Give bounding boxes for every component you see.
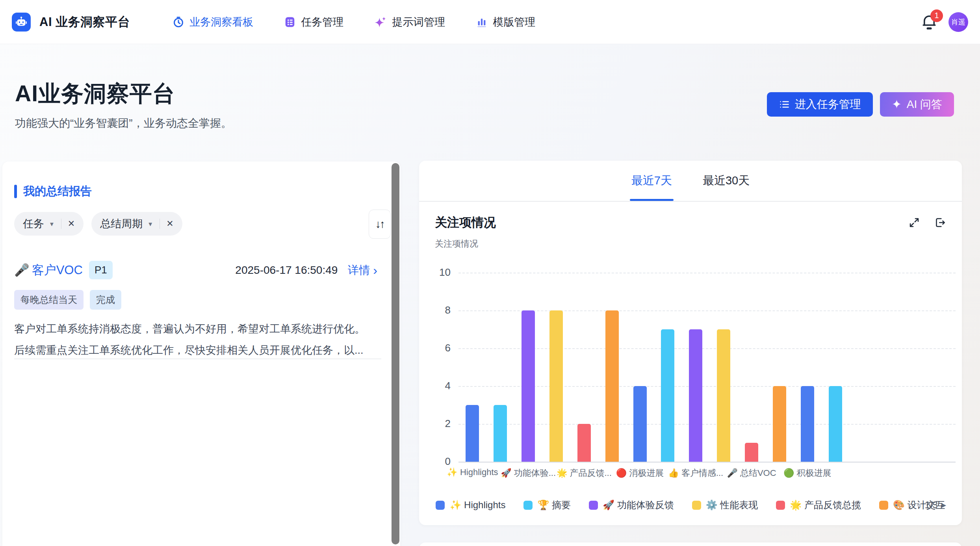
legend-swatch [589,501,598,510]
bar-slot [598,273,626,462]
button-label: 进入任务管理 [795,97,861,112]
bar-slot [710,273,738,462]
chevron-right-icon: › [373,264,377,277]
x-tick-label: 🔴 消极进展 [616,467,664,479]
bar-slot [486,273,514,462]
notifications-button[interactable]: 1 [921,13,938,32]
hero-section: AI业务洞察平台 功能强大的“业务智囊团”，业务动态全掌握。 进入任务管理 ✦ … [0,44,980,160]
bar [494,405,507,462]
nav-label: 模版管理 [493,15,535,29]
title-marker [14,185,17,198]
x-tick-label: 👍 客户情感... [668,467,723,479]
legend-prev-icon[interactable]: ◂ [917,500,921,510]
bar [745,443,758,462]
app-logo [12,13,31,32]
bar [661,329,674,462]
nav-item-prompts[interactable]: 提示词管理 [374,15,445,29]
robot-icon [15,16,27,28]
detail-link[interactable]: 详情 › [348,263,377,278]
legend-item[interactable]: ✨ Highlights [436,500,505,511]
legend-pagination: ◂ 1/3 ▸ [917,496,946,514]
time-range-tabs: 最近7天 最近30天 [419,161,962,201]
chart-legend: ✨ Highlights🏆 摘要🚀 功能体验反馈⚙️ 性能表现🌟 产品反馈总揽🎨… [435,496,946,514]
bar [633,386,647,462]
y-tick-label: 10 [428,266,451,279]
nav-label: 任务管理 [301,15,343,29]
bar [829,386,842,462]
legend-item[interactable]: ⚙️ 性能表现 [692,499,758,511]
sort-button[interactable]: ↓↑ [369,210,391,239]
bar-slot [514,273,542,462]
legend-item[interactable]: 🏆 摘要 [523,499,571,511]
list-icon [779,99,790,110]
scrollbar-thumb[interactable] [392,163,399,544]
ai-qa-button[interactable]: ✦ AI 问答 [880,92,954,117]
report-item-title[interactable]: 🎤 客户VOC [14,262,83,279]
tab-last-30-days[interactable]: 最近30天 [703,161,750,201]
report-tags: 每晚总结当天 完成 [14,290,121,310]
filter-chip-task[interactable]: 任务 ▼ ✕ [14,212,84,236]
legend-swatch [436,501,445,510]
legend-next-icon[interactable]: ▸ [942,500,946,510]
gridline-0 [458,462,956,462]
nav-label: 业务洞察看板 [189,15,253,29]
legend-label: 🌟 产品反馈总揽 [790,499,861,511]
tab-last-7-days[interactable]: 最近7天 [631,161,672,201]
bar [466,405,479,462]
microphone-icon: 🎤 [14,263,30,277]
bar [717,329,730,462]
next-chart-panel [419,542,962,546]
filter-chip-period[interactable]: 总结周期 ▼ ✕ [91,212,182,236]
chip-divider [160,219,160,229]
bar [801,386,814,462]
page-subtitle: 功能强大的“业务智囊团”，业务动态全掌握。 [15,116,232,131]
close-icon[interactable]: ✕ [166,219,173,229]
legend-item[interactable]: 🚀 功能体验反馈 [589,499,674,511]
enter-task-management-button[interactable]: 进入任务管理 [767,92,873,117]
legend-item[interactable]: 🌟 产品反馈总揽 [776,499,861,511]
task-grid-icon [284,16,296,28]
export-icon [935,217,946,228]
attention-chart-panel: 最近7天 最近30天 关注项情况 关注项情况 0246810 [419,161,962,525]
filter-chips: 任务 ▼ ✕ 总结周期 ▼ ✕ [14,212,182,236]
report-meta: 2025-06-17 16:50:49 详情 › [235,263,377,278]
x-tick-label: 🚀 功能体验... [501,467,556,479]
chevron-down-icon: ▼ [147,221,153,227]
header-right: 1 肖遥 [921,12,968,32]
close-icon[interactable]: ✕ [68,219,75,229]
chip-label: 任务 [23,217,44,231]
x-axis: ✨ Highlights🚀 功能体验...🌟 产品反馈...🔴 消极进展👍 客户… [458,467,849,483]
bar-slot [542,273,570,462]
export-button[interactable] [934,217,946,228]
bar-slot [738,273,766,462]
page-title: AI业务洞察平台 [15,79,175,109]
expand-button[interactable] [908,217,920,228]
nav-label: 提示词管理 [392,15,445,29]
notification-badge: 1 [930,9,943,22]
button-label: AI 问答 [907,97,942,112]
expand-icon [909,217,920,228]
legend-page-indicator: 1/3 [925,500,938,511]
report-summary: 客户对工单系统持消极态度，普遍认为不好用，希望对工单系统进行优化。 后续需重点关… [14,318,381,361]
bar-slot [570,273,598,462]
nav-item-tasks[interactable]: 任务管理 [284,15,343,29]
y-tick-label: 0 [428,455,451,468]
bar-slot [682,273,710,462]
bar-chart-icon [476,16,488,28]
summary-line: 客户对工单系统持消极态度，普遍认为不好用，希望对工单系统进行优化。 [14,318,381,340]
nav-item-dashboard[interactable]: 业务洞察看板 [173,15,253,29]
top-navbar: AI 业务洞察平台 业务洞察看板 任务管理 [0,0,980,44]
x-tick-label: 🌟 产品反馈... [557,467,612,479]
report-item-header: 🎤 客户VOC P1 2025-06-17 16:50:49 详情 › [14,261,377,279]
bar-slot [626,273,654,462]
bar-slot [765,273,793,462]
tag-status: 完成 [90,290,121,310]
avatar[interactable]: 肖遥 [948,12,968,32]
x-tick-label: 🎤 总结VOC [727,467,776,479]
priority-badge: P1 [89,261,113,279]
bar [549,310,563,462]
nav-item-templates[interactable]: 模版管理 [476,15,535,29]
panel-title-row: 我的总结报告 [14,184,92,199]
app-title: AI 业务洞察平台 [39,14,130,30]
legend-label: 🏆 摘要 [537,499,571,511]
